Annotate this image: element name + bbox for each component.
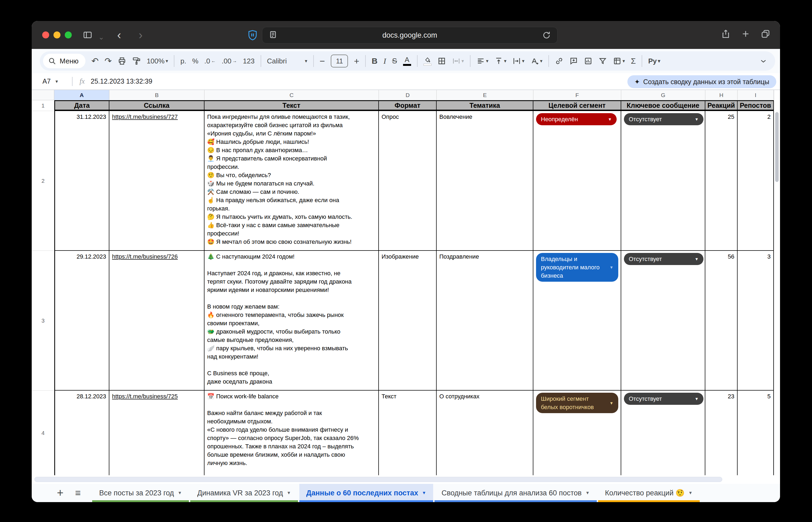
header-reposts[interactable]: Репостов: [737, 100, 774, 111]
column-header-B[interactable]: B: [109, 90, 205, 100]
horizontal-align-button[interactable]: ▾: [476, 57, 488, 65]
zoom-select[interactable]: 100%▾: [147, 57, 168, 65]
tab-overview-icon[interactable]: [761, 29, 770, 39]
fill-color-button[interactable]: [423, 57, 432, 65]
select-all-corner[interactable]: [32, 90, 54, 100]
print-button[interactable]: [118, 57, 126, 65]
header-text[interactable]: Текст: [205, 100, 379, 111]
message-dropdown[interactable]: Отсутствует▼: [624, 393, 704, 405]
cell-theme[interactable]: Вовлечение: [437, 111, 533, 251]
segment-dropdown[interactable]: Широкий сегмент белых воротничков▼: [536, 393, 618, 413]
text-wrap-button[interactable]: ▾: [513, 57, 524, 65]
cell-segment[interactable]: Широкий сегмент белых воротничков▼: [533, 390, 621, 475]
cell-date[interactable]: 31.12.2023: [54, 111, 109, 251]
message-dropdown[interactable]: Отсутствует▼: [624, 113, 704, 125]
paint-format-button[interactable]: [132, 57, 141, 65]
column-header-G[interactable]: G: [621, 90, 705, 100]
format-percent-button[interactable]: %: [192, 57, 198, 65]
tab-dropdown-icon[interactable]: ▼: [585, 490, 590, 495]
cell-link[interactable]: https://t.me/business/725: [109, 390, 205, 475]
cell-text[interactable]: 📅 Поиск work-life balance Важно найти ба…: [205, 390, 379, 475]
cell-segment[interactable]: Неопределён▼: [533, 111, 621, 251]
zoom-window-button[interactable]: [65, 32, 72, 38]
cell-segment[interactable]: Владельцы и руководители малого бизнеса▼: [533, 251, 621, 390]
column-header-F[interactable]: F: [533, 90, 621, 100]
post-link[interactable]: https://t.me/business/725: [112, 393, 178, 400]
merge-cells-button[interactable]: ▾: [452, 57, 464, 65]
cell-link[interactable]: https://t.me/business/726: [109, 251, 205, 390]
cell-reposts[interactable]: 3: [737, 251, 774, 390]
cell-theme[interactable]: О сотрудниках: [437, 390, 533, 475]
cell-format[interactable]: Изображение: [379, 251, 437, 390]
message-dropdown[interactable]: Отсутствует▼: [624, 253, 704, 265]
horizontal-scrollbar[interactable]: [32, 475, 780, 484]
redo-button[interactable]: ↷: [105, 56, 112, 66]
close-window-button[interactable]: [42, 32, 49, 38]
segment-dropdown[interactable]: Неопределён▼: [536, 113, 617, 125]
share-icon[interactable]: [721, 29, 731, 39]
header-format[interactable]: Формат: [379, 100, 437, 111]
row-header-1[interactable]: 1: [32, 100, 54, 111]
more-formats-button[interactable]: 123: [243, 57, 254, 65]
ai-summary-button[interactable]: ✦ Создать сводку данных из этой таблицы: [627, 75, 776, 88]
insert-link-button[interactable]: [555, 57, 563, 65]
name-box[interactable]: A7 ▾: [32, 77, 72, 85]
column-header-E[interactable]: E: [437, 90, 533, 100]
column-header-H[interactable]: H: [705, 90, 737, 100]
cell-reactions[interactable]: 25: [705, 111, 737, 251]
horizontal-scrollbar-thumb[interactable]: [35, 477, 722, 482]
create-filter-button[interactable]: [598, 57, 607, 65]
font-size-input[interactable]: 11: [331, 55, 348, 67]
increase-decimals-button[interactable]: .00→: [222, 57, 237, 65]
text-color-button[interactable]: A: [403, 56, 411, 66]
sidebar-icon[interactable]: [83, 30, 92, 40]
increase-font-size-button[interactable]: +: [354, 56, 359, 66]
minimize-window-button[interactable]: [54, 32, 60, 38]
tab-dropdown-icon[interactable]: ▼: [287, 490, 291, 495]
new-tab-icon[interactable]: [741, 29, 750, 39]
header-theme[interactable]: Тематика: [437, 100, 533, 111]
column-header-D[interactable]: D: [379, 90, 437, 100]
font-select[interactable]: Calibri▾: [267, 57, 307, 65]
borders-button[interactable]: [437, 57, 446, 65]
formula-input[interactable]: 25.12.2023 13:32:39: [91, 77, 152, 85]
forward-button[interactable]: ›: [139, 27, 143, 43]
cell-reactions[interactable]: 23: [705, 390, 737, 475]
menus-search-button[interactable]: Меню: [43, 54, 85, 68]
text-rotation-button[interactable]: ▾: [530, 57, 542, 65]
row-header-2[interactable]: 2: [32, 111, 54, 251]
header-date[interactable]: Дата: [54, 100, 109, 111]
reload-icon[interactable]: [542, 31, 551, 40]
italic-button[interactable]: I: [383, 57, 386, 65]
cell-date[interactable]: 28.12.2023: [54, 390, 109, 475]
post-link[interactable]: https://t.me/business/726: [112, 253, 178, 260]
column-header-C[interactable]: C: [205, 90, 379, 100]
cell-format[interactable]: Опрос: [379, 111, 437, 251]
pivot-table-button[interactable]: ▾: [613, 57, 625, 65]
decrease-decimals-button[interactable]: .0←: [204, 57, 216, 65]
cell-format[interactable]: Текст: [379, 390, 437, 475]
cell-date[interactable]: 29.12.2023: [54, 251, 109, 390]
vertical-scrollbar-thumb[interactable]: [775, 112, 779, 182]
input-tools-button[interactable]: Ру▾: [648, 57, 660, 65]
cell-text[interactable]: Пока ингредиенты для оливье помещаются в…: [205, 111, 379, 251]
vertical-align-button[interactable]: ▾: [494, 57, 506, 65]
cell-message[interactable]: Отсутствует▼: [621, 111, 705, 251]
chevron-down-icon[interactable]: ⌄: [98, 29, 104, 45]
header-link[interactable]: Ссылка: [109, 100, 205, 111]
add-sheet-button[interactable]: +: [54, 484, 66, 502]
sheet-tab-vr-dynamics[interactable]: Динамика VR за 2023 год▼: [190, 484, 298, 502]
insert-chart-button[interactable]: [584, 57, 592, 65]
bold-button[interactable]: B: [372, 57, 377, 65]
cell-message[interactable]: Отсутствует▼: [621, 251, 705, 390]
functions-button[interactable]: Σ: [631, 57, 636, 65]
segment-dropdown[interactable]: Владельцы и руководители малого бизнеса▼: [536, 253, 618, 282]
row-header-4[interactable]: 4: [32, 390, 54, 475]
address-bar[interactable]: docs.google.com: [262, 27, 558, 43]
cell-text[interactable]: 🎄 С наступающим 2024 годом! Наступает 20…: [205, 251, 379, 390]
cell-message[interactable]: Отсутствует▼: [621, 390, 705, 475]
back-button[interactable]: ‹: [117, 27, 121, 43]
collapse-toolbar-icon[interactable]: [759, 57, 768, 65]
all-sheets-button[interactable]: ≡: [72, 484, 84, 502]
name-box-dropdown-icon[interactable]: ▾: [56, 79, 58, 84]
